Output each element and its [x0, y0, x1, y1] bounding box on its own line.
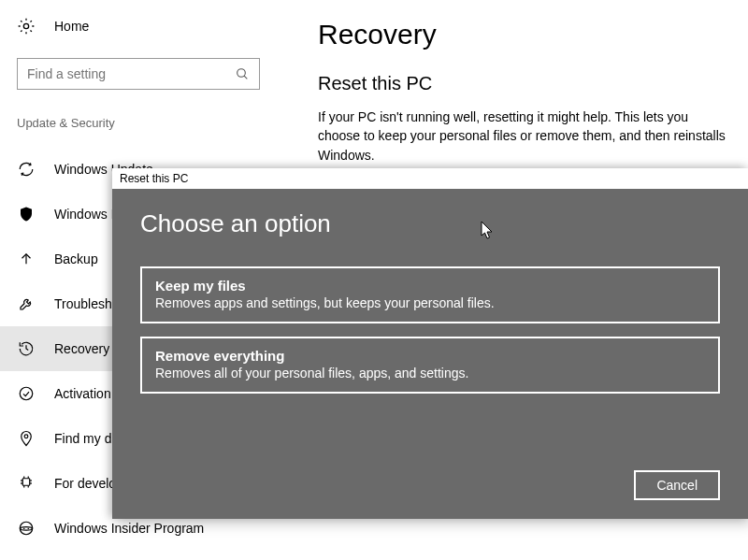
dialog-heading: Choose an option	[140, 209, 720, 238]
wrench-icon	[17, 295, 36, 312]
home-link[interactable]: Home	[17, 17, 299, 36]
sidebar-item-label: Recovery	[54, 341, 109, 356]
history-icon	[17, 340, 36, 357]
svg-line-2	[244, 76, 247, 79]
search-icon	[235, 66, 250, 81]
section-label: Update & Security	[17, 116, 299, 130]
svg-point-0	[23, 23, 28, 28]
svg-point-1	[237, 69, 246, 78]
section-description: If your PC isn't running well, resetting…	[318, 108, 726, 165]
upload-icon	[17, 251, 36, 267]
reset-pc-dialog: Reset this PC Choose an option Keep my f…	[112, 168, 748, 519]
sync-icon	[17, 161, 36, 178]
sidebar-item-label: Backup	[54, 251, 98, 266]
check-circle-icon	[17, 385, 36, 402]
option-description: Removes all of your personal files, apps…	[155, 366, 705, 381]
option-title: Remove everything	[155, 348, 705, 364]
ninja-icon	[17, 520, 36, 537]
dialog-title: Reset this PC	[112, 168, 748, 189]
svg-point-16	[23, 528, 25, 530]
svg-rect-6	[22, 479, 30, 486]
gear-icon	[17, 17, 36, 36]
search-box[interactable]	[17, 58, 260, 90]
option-title: Keep my files	[155, 278, 705, 294]
cancel-button[interactable]: Cancel	[634, 470, 720, 500]
svg-point-5	[24, 435, 28, 438]
location-icon	[17, 430, 36, 447]
section-subheading: Reset this PC	[318, 73, 726, 94]
option-remove-everything[interactable]: Remove everything Removes all of your pe…	[140, 337, 720, 394]
option-keep-my-files[interactable]: Keep my files Removes apps and settings,…	[140, 266, 720, 323]
sidebar-item-label: Windows Insider Program	[54, 521, 204, 536]
home-label: Home	[54, 19, 89, 34]
svg-point-4	[20, 387, 33, 400]
page-title: Recovery	[318, 19, 726, 50]
option-description: Removes apps and settings, but keeps you…	[155, 295, 705, 310]
dialog-body: Choose an option Keep my files Removes a…	[112, 189, 748, 519]
search-input[interactable]	[27, 66, 235, 81]
svg-point-17	[28, 528, 30, 530]
shield-icon	[17, 206, 36, 223]
sidebar-item-label: Activation	[54, 386, 111, 401]
developer-icon	[17, 475, 36, 492]
